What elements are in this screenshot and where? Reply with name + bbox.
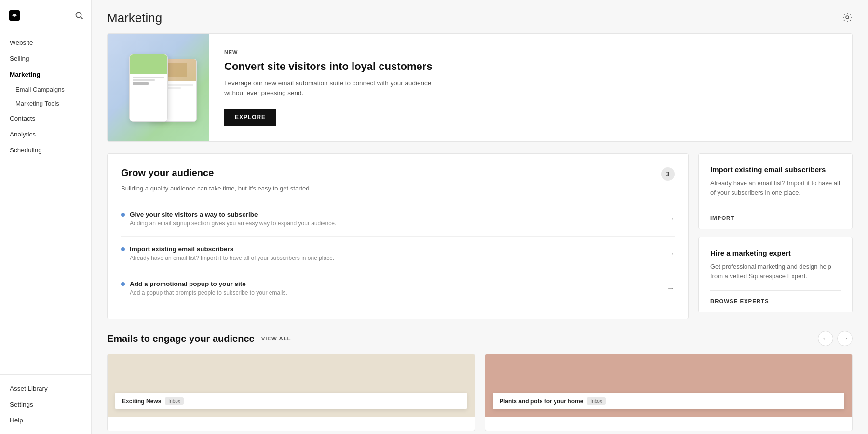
view-all-link[interactable]: VIEW ALL [261, 336, 291, 341]
svg-line-2 [81, 17, 83, 19]
email-card-bg-beige: Exciting News Inbox [108, 354, 475, 417]
svg-point-1 [76, 13, 81, 18]
email-preview-title-2: Plants and pots for your home [500, 398, 583, 405]
grow-item-text: Import existing email subscribers Alread… [130, 245, 334, 262]
import-panel-title: Import existing email subscribers [710, 165, 841, 174]
emails-title-row: Emails to engage your audience VIEW ALL [107, 333, 291, 344]
step-badge: 3 [661, 167, 675, 181]
sidebar-item-marketing-tools[interactable]: Marketing Tools [0, 96, 91, 110]
email-card-bg-terracotta: Plants and pots for your home Inbox [485, 354, 852, 417]
grow-title: Grow your audience [121, 167, 214, 178]
prev-arrow-button[interactable]: ← [818, 331, 833, 346]
emails-title: Emails to engage your audience [107, 333, 255, 344]
grow-item-title: Give your site visitors a way to subscri… [130, 211, 336, 218]
import-link[interactable]: IMPORT [710, 207, 841, 229]
sidebar-item-marketing[interactable]: Marketing [0, 67, 91, 82]
grow-item-popup[interactable]: Add a promotional popup to your site Add… [121, 271, 675, 306]
email-card-2[interactable]: Plants and pots for your home Inbox [485, 354, 853, 431]
main-header: Marketing [92, 0, 868, 33]
next-arrow-button[interactable]: → [837, 331, 853, 346]
grow-items-list: Give your site visitors a way to subscri… [121, 202, 675, 305]
arrow-right-icon: → [667, 284, 675, 293]
grow-item-desc: Already have an email list? Import it to… [130, 254, 334, 262]
sidebar-item-analytics[interactable]: Analytics [0, 126, 91, 142]
sidebar-item-website[interactable]: Website [0, 35, 91, 51]
dot-icon [121, 247, 125, 251]
sidebar-item-settings[interactable]: Settings [0, 396, 91, 412]
sidebar: Website Selling Marketing Email Campaign… [0, 0, 92, 434]
phone-mockup [129, 54, 168, 122]
sidebar-item-contacts[interactable]: Contacts [0, 110, 91, 126]
promotion-banner: NEW Convert site visitors into loyal cus… [107, 33, 853, 142]
grow-item-text: Add a promotional popup to your site Add… [130, 280, 287, 297]
banner-title: Convert site visitors into loyal custome… [224, 60, 446, 74]
grow-item-left: Add a promotional popup to your site Add… [121, 280, 287, 297]
sidebar-item-scheduling[interactable]: Scheduling [0, 142, 91, 158]
email-preview-box-1: Exciting News Inbox [115, 393, 467, 409]
grow-audience-card: Grow your audience 3 Building a quality … [107, 153, 689, 319]
banner-content: NEW Convert site visitors into loyal cus… [209, 34, 461, 141]
expert-panel-desc: Get professional marketing and design he… [710, 262, 841, 281]
explore-button[interactable]: EXPLORE [224, 108, 276, 126]
grow-item-text: Give your site visitors a way to subscri… [130, 211, 336, 228]
inbox-badge-1: Inbox [165, 397, 183, 405]
email-cards-list: Exciting News Inbox Plants and pots for … [107, 354, 853, 431]
sidebar-top [0, 0, 91, 31]
browse-experts-link[interactable]: BROWSE EXPERTS [710, 290, 841, 312]
grow-item-subscribe[interactable]: Give your site visitors a way to subscri… [121, 202, 675, 236]
dot-icon [121, 213, 125, 217]
banner-image [108, 34, 209, 141]
grow-item-left: Import existing email subscribers Alread… [121, 245, 334, 262]
banner-tag: NEW [224, 49, 446, 55]
sidebar-item-selling[interactable]: Selling [0, 51, 91, 67]
email-preview-box-2: Plants and pots for your home Inbox [493, 393, 844, 409]
import-panel-card: Import existing email subscribers Alread… [698, 153, 853, 229]
expert-panel-title: Hire a marketing expert [710, 249, 841, 257]
arrow-right-icon: → [667, 249, 675, 258]
svg-point-3 [846, 16, 849, 19]
emails-header: Emails to engage your audience VIEW ALL … [107, 331, 853, 346]
emails-section: Emails to engage your audience VIEW ALL … [107, 331, 853, 431]
sidebar-bottom: Asset Library Settings Help [0, 374, 91, 434]
grow-item-import[interactable]: Import existing email subscribers Alread… [121, 236, 675, 271]
sidebar-item-email-campaigns[interactable]: Email Campaigns [0, 82, 91, 96]
search-button[interactable] [75, 11, 83, 20]
email-card-1[interactable]: Exciting News Inbox [107, 354, 475, 431]
grow-item-desc: Adding an email signup section gives you… [130, 219, 336, 228]
nav-arrows: ← → [818, 331, 853, 346]
main-content: Marketing [92, 0, 868, 434]
grow-item-left: Give your site visitors a way to subscri… [121, 211, 336, 228]
expert-panel-card: Hire a marketing expert Get professional… [698, 237, 853, 312]
grow-subtitle: Building a quality audience can take tim… [121, 185, 675, 192]
sidebar-item-asset-library[interactable]: Asset Library [0, 380, 91, 396]
grow-item-desc: Add a popup that prompts people to subsc… [130, 289, 287, 297]
arrow-right-icon: → [667, 215, 675, 223]
grow-header: Grow your audience 3 [121, 167, 675, 181]
grow-item-title: Add a promotional popup to your site [130, 280, 287, 287]
dot-icon [121, 282, 125, 286]
content-area: Grow your audience 3 Building a quality … [107, 153, 853, 319]
import-panel-desc: Already have an email list? Import it to… [710, 178, 841, 197]
inbox-badge-2: Inbox [587, 397, 605, 405]
email-preview-title-1: Exciting News [122, 398, 161, 405]
banner-description: Leverage our new email automation suite … [224, 79, 446, 98]
grow-item-title: Import existing email subscribers [130, 245, 334, 253]
page-title: Marketing [107, 11, 162, 26]
sidebar-nav: Website Selling Marketing Email Campaign… [0, 31, 91, 374]
right-panel: Import existing email subscribers Alread… [698, 153, 853, 319]
sidebar-item-help[interactable]: Help [0, 412, 91, 428]
squarespace-logo[interactable] [8, 9, 21, 22]
settings-icon[interactable] [842, 12, 853, 25]
